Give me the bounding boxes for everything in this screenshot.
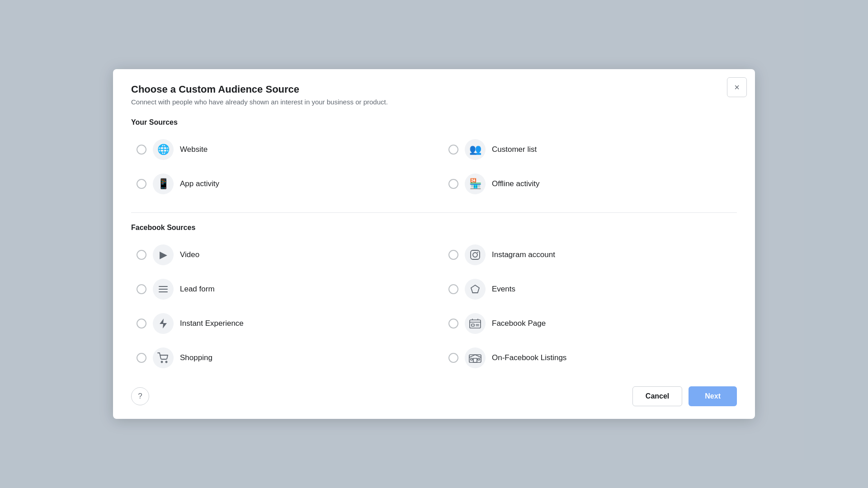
- radio-listings[interactable]: [448, 353, 458, 363]
- offline-activity-icon: 🏪: [465, 174, 486, 194]
- source-option-events[interactable]: Events: [443, 274, 737, 304]
- video-icon: ▶: [153, 244, 174, 265]
- radio-video[interactable]: [137, 250, 146, 260]
- radio-instagram[interactable]: [448, 250, 458, 260]
- close-button[interactable]: ×: [727, 77, 747, 97]
- app-activity-label: App activity: [180, 179, 219, 188]
- svg-rect-20: [478, 358, 480, 360]
- customer-list-icon: 👥: [465, 139, 486, 160]
- events-label: Events: [492, 285, 515, 294]
- shopping-label: Shopping: [180, 353, 212, 362]
- close-icon: ×: [734, 82, 740, 93]
- svg-marker-7: [160, 319, 167, 328]
- cancel-button[interactable]: Cancel: [632, 386, 682, 406]
- facebook-page-icon: [465, 313, 486, 334]
- modal-footer: ? Cancel Next: [131, 386, 737, 406]
- offline-activity-label: Offline activity: [492, 179, 540, 188]
- radio-app-activity[interactable]: [137, 179, 146, 189]
- your-sources-heading: Your Sources: [131, 118, 737, 127]
- svg-point-2: [477, 252, 478, 253]
- source-option-customer-list[interactable]: 👥 Customer list: [443, 135, 737, 164]
- custom-audience-modal: × Choose a Custom Audience Source Connec…: [113, 69, 755, 419]
- video-label: Video: [180, 250, 199, 259]
- svg-point-1: [473, 253, 477, 257]
- app-activity-icon: 📱: [153, 174, 174, 194]
- source-option-website[interactable]: 🌐 Website: [131, 135, 425, 164]
- source-option-shopping[interactable]: Shopping: [131, 343, 425, 373]
- instagram-label: Instagram account: [492, 250, 555, 259]
- facebook-sources-heading: Facebook Sources: [131, 224, 737, 232]
- next-button[interactable]: Next: [689, 386, 737, 406]
- source-option-lead-form[interactable]: Lead form: [131, 274, 425, 304]
- svg-marker-6: [471, 285, 479, 293]
- facebook-page-label: Facebook Page: [492, 319, 546, 328]
- radio-facebook-page[interactable]: [448, 319, 458, 328]
- customer-list-label: Customer list: [492, 145, 537, 154]
- your-sources-grid: 🌐 Website 👥 Customer list 📱 App activity: [131, 135, 737, 199]
- facebook-sources-section: Facebook Sources ▶ Video: [131, 224, 737, 373]
- facebook-sources-grid: ▶ Video Instagram account: [131, 240, 737, 373]
- source-option-app-activity[interactable]: 📱 App activity: [131, 169, 425, 199]
- radio-website[interactable]: [137, 145, 146, 155]
- svg-point-15: [161, 361, 163, 363]
- modal-title: Choose a Custom Audience Source: [131, 84, 737, 95]
- modal-header: Choose a Custom Audience Source Connect …: [131, 84, 737, 106]
- website-label: Website: [180, 145, 208, 154]
- svg-rect-19: [471, 358, 472, 360]
- radio-events[interactable]: [448, 284, 458, 294]
- radio-shopping[interactable]: [137, 353, 146, 363]
- source-option-video[interactable]: ▶ Video: [131, 240, 425, 270]
- radio-customer-list[interactable]: [448, 145, 458, 155]
- lead-form-icon: [153, 279, 174, 300]
- footer-actions: Cancel Next: [632, 386, 737, 406]
- modal-subtitle: Connect with people who have already sho…: [131, 98, 737, 106]
- modal-backdrop: × Choose a Custom Audience Source Connec…: [0, 0, 868, 488]
- your-sources-section: Your Sources 🌐 Website 👥 Customer list: [131, 118, 737, 199]
- source-option-instant-experience[interactable]: Instant Experience: [131, 309, 425, 338]
- instagram-icon: [465, 244, 486, 265]
- help-button[interactable]: ?: [131, 387, 149, 405]
- instant-experience-label: Instant Experience: [180, 319, 244, 328]
- help-icon: ?: [138, 392, 142, 401]
- website-icon: 🌐: [153, 139, 174, 160]
- source-option-offline-activity[interactable]: 🏪 Offline activity: [443, 169, 737, 199]
- listings-label: On-Facebook Listings: [492, 353, 566, 362]
- svg-rect-18: [473, 358, 477, 362]
- instant-experience-icon: [153, 313, 174, 334]
- lead-form-label: Lead form: [180, 285, 215, 294]
- svg-point-16: [166, 361, 167, 363]
- svg-rect-0: [471, 250, 480, 259]
- radio-lead-form[interactable]: [137, 284, 146, 294]
- radio-instant-experience[interactable]: [137, 319, 146, 328]
- events-icon: [465, 279, 486, 300]
- listings-icon: [465, 347, 486, 368]
- radio-offline-activity[interactable]: [448, 179, 458, 189]
- shopping-icon: [153, 347, 174, 368]
- source-option-instagram[interactable]: Instagram account: [443, 240, 737, 270]
- source-option-listings[interactable]: On-Facebook Listings: [443, 343, 737, 373]
- section-divider: [131, 212, 737, 213]
- source-option-facebook-page[interactable]: Facebook Page: [443, 309, 737, 338]
- svg-rect-12: [472, 324, 474, 326]
